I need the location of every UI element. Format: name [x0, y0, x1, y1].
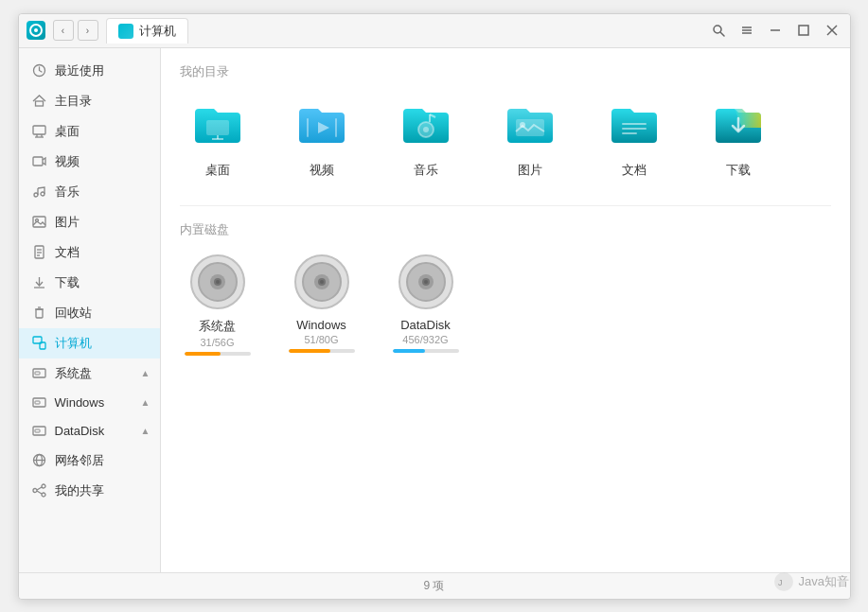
menu-button[interactable]: [736, 20, 757, 41]
folder-icon-desktop: [187, 94, 248, 154]
disk-bar-fill-windows: [289, 349, 331, 353]
disk-bar-bg-sysdisk: [185, 352, 251, 356]
sidebar-label-myshare: 我的共享: [55, 482, 104, 499]
folder-item-desktop[interactable]: 桌面: [180, 94, 256, 179]
svg-line-45: [37, 491, 42, 494]
folder-label-desktop: 桌面: [205, 162, 230, 179]
svg-point-68: [216, 280, 220, 284]
svg-point-42: [33, 489, 37, 493]
svg-rect-33: [35, 372, 40, 375]
svg-rect-12: [36, 101, 44, 106]
sidebar-label-doc: 文档: [55, 244, 80, 261]
sidebar-item-myshare[interactable]: 我的共享: [19, 476, 160, 506]
sidebar-icon-doc: [32, 245, 47, 260]
disk-bar-bg-windows: [289, 349, 355, 353]
disk-usage-datadisk: 456/932G: [402, 334, 448, 345]
svg-rect-49: [307, 118, 309, 137]
sidebar-badge-sysdisk: ▲: [141, 368, 151, 378]
svg-line-3: [720, 33, 724, 37]
sidebar-icon-desktop: [32, 124, 47, 139]
svg-rect-50: [335, 118, 337, 137]
disk-label-windows: Windows: [296, 318, 346, 332]
svg-rect-13: [33, 126, 45, 134]
sidebar-icon-computer: [32, 336, 47, 351]
back-button[interactable]: ‹: [53, 20, 74, 41]
sidebar-label-recent: 最近使用: [55, 62, 104, 79]
main-area: 最近使用主目录桌面视频音乐图片文档下载回收站计算机系统盘▲Windows▲Dat…: [19, 48, 850, 572]
folder-item-music[interactable]: 音乐: [388, 94, 464, 179]
statusbar: 9 项: [19, 572, 850, 599]
app-logo: [27, 21, 45, 40]
sidebar-item-computer[interactable]: 计算机: [19, 328, 160, 358]
disk-label-sysdisk: 系统盘: [199, 318, 236, 335]
disk-item-sysdisk[interactable]: 系统盘31/56G: [180, 252, 256, 356]
sidebar-item-datadisk[interactable]: DataDisk▲: [19, 417, 160, 446]
svg-point-82: [424, 280, 428, 284]
disk-item-datadisk[interactable]: DataDisk456/932G: [388, 252, 464, 356]
tab-computer[interactable]: 计算机: [106, 18, 188, 44]
sidebar-item-doc[interactable]: 文档: [19, 237, 160, 268]
folder-label-music: 音乐: [414, 162, 438, 179]
folder-item-download[interactable]: 下载: [700, 94, 776, 179]
sidebar-item-sysdisk[interactable]: 系统盘▲: [19, 358, 160, 389]
folder-item-picture[interactable]: 图片: [492, 94, 568, 179]
sidebar-icon-picture: [32, 215, 47, 230]
status-text: 9 项: [423, 578, 444, 594]
maximize-button[interactable]: [793, 20, 814, 41]
sidebar-label-download: 下载: [55, 274, 80, 291]
sidebar-icon-recent: [32, 63, 47, 79]
sidebar-icon-myshare: [32, 483, 47, 498]
sidebar: 最近使用主目录桌面视频音乐图片文档下载回收站计算机系统盘▲Windows▲Dat…: [19, 48, 161, 572]
sidebar-label-network: 网络邻居: [55, 452, 104, 469]
my-dir-label: 我的目录: [180, 63, 831, 80]
folder-item-video[interactable]: 视频: [284, 94, 360, 179]
forward-button[interactable]: ›: [78, 20, 98, 41]
sidebar-item-music[interactable]: 音乐: [19, 177, 160, 207]
sidebar-item-trash[interactable]: 回收站: [19, 298, 160, 328]
sidebar-label-trash: 回收站: [55, 305, 92, 322]
svg-line-44: [37, 487, 42, 490]
disk-label-datadisk: DataDisk: [400, 318, 451, 332]
svg-point-1: [34, 28, 38, 32]
svg-point-43: [42, 493, 45, 497]
svg-rect-35: [35, 401, 40, 404]
svg-rect-37: [35, 429, 40, 432]
disk-usage-windows: 51/80G: [304, 334, 338, 345]
disk-item-windows[interactable]: Windows51/80G: [284, 252, 360, 356]
sidebar-item-windows[interactable]: Windows▲: [19, 389, 160, 417]
window-controls: [708, 20, 842, 41]
sidebar-item-download[interactable]: 下载: [19, 268, 160, 298]
sidebar-item-picture[interactable]: 图片: [19, 207, 160, 237]
builtin-disk-label: 内置磁盘: [180, 221, 831, 238]
folder-label-picture: 图片: [518, 162, 542, 179]
folder-grid: 桌面 视频 音乐 图片 文档 下载: [180, 94, 831, 179]
sidebar-icon-home: [32, 94, 47, 109]
folder-icon-video: [292, 94, 352, 154]
disk-bar-fill-datadisk: [393, 349, 425, 353]
svg-point-41: [42, 484, 45, 488]
sidebar-icon-sysdisk: [32, 366, 47, 381]
sidebar-icon-trash: [32, 306, 47, 321]
sidebar-item-recent[interactable]: 最近使用: [19, 56, 160, 86]
svg-point-53: [423, 127, 429, 132]
svg-rect-8: [799, 26, 808, 35]
sidebar-icon-windows: [32, 395, 47, 411]
sidebar-item-network[interactable]: 网络邻居: [19, 446, 160, 476]
sidebar-item-video[interactable]: 视频: [19, 147, 160, 177]
sidebar-label-windows: Windows: [55, 395, 105, 410]
search-button[interactable]: [708, 20, 729, 41]
sidebar-item-desktop[interactable]: 桌面: [19, 116, 160, 147]
tab-icon: [118, 24, 133, 39]
close-button[interactable]: [822, 20, 842, 41]
svg-rect-46: [206, 120, 229, 135]
section-divider: [180, 205, 831, 206]
folder-icon-doc: [604, 94, 664, 154]
minimize-button[interactable]: [765, 20, 786, 41]
sidebar-label-computer: 计算机: [55, 335, 92, 352]
sidebar-icon-video: [32, 154, 47, 169]
folder-item-doc[interactable]: 文档: [596, 94, 672, 179]
sidebar-label-home: 主目录: [55, 93, 92, 110]
sidebar-item-home[interactable]: 主目录: [19, 86, 160, 116]
svg-point-20: [41, 192, 44, 196]
sidebar-label-music: 音乐: [55, 184, 80, 201]
